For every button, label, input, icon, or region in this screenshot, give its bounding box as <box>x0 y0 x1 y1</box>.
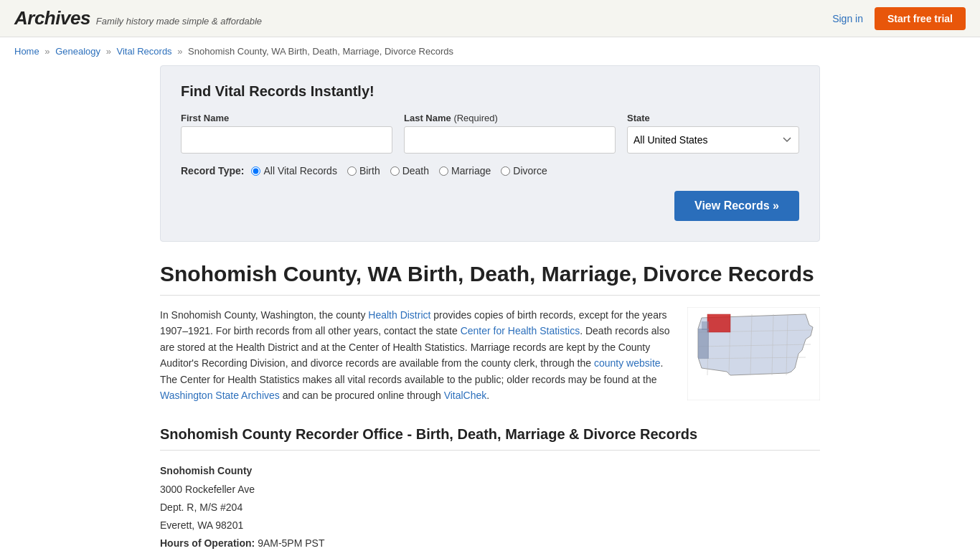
signin-link[interactable]: Sign in <box>832 13 863 24</box>
breadcrumb-sep-1: » <box>44 46 50 57</box>
radio-marriage[interactable]: Marriage <box>439 165 491 176</box>
view-records-button[interactable]: View Records » <box>674 191 799 221</box>
radio-input-all[interactable] <box>251 166 260 176</box>
radio-label-marriage: Marriage <box>451 165 491 176</box>
search-fields-row: First Name Last Name (Required) State Al… <box>181 113 799 154</box>
breadcrumb-current: Snohomish County, WA Birth, Death, Marri… <box>188 46 453 57</box>
hours-label: Hours of Operation: <box>160 537 255 549</box>
state-field-group: State All United States Alabama Alaska W… <box>627 113 799 154</box>
first-name-input[interactable] <box>181 126 392 154</box>
dept-address: Dept. R, M/S #204 <box>160 499 820 517</box>
state-label: State <box>627 113 799 123</box>
radio-divorce[interactable]: Divorce <box>501 165 547 176</box>
radio-label-death: Death <box>402 165 429 176</box>
radio-input-death[interactable] <box>390 166 400 176</box>
search-box: Find Vital Records Instantly! First Name… <box>160 65 820 242</box>
radio-input-marriage[interactable] <box>439 166 448 176</box>
center-health-statistics-link[interactable]: Center for Health Statistics <box>461 325 580 336</box>
record-type-radio-group: All Vital Records Birth Death Marriage D… <box>251 165 547 176</box>
washington-map <box>687 307 820 400</box>
last-name-field-group: Last Name (Required) <box>404 113 616 154</box>
record-type-row: Record Type: All Vital Records Birth Dea… <box>181 165 799 176</box>
county-name: Snohomish County <box>160 462 820 480</box>
county-website-link[interactable]: county website <box>594 357 661 369</box>
radio-all-vital[interactable]: All Vital Records <box>251 165 336 176</box>
last-name-label: Last Name (Required) <box>404 113 616 123</box>
required-indicator: (Required) <box>453 113 497 123</box>
address-block: Snohomish County 3000 Rockefeller Ave De… <box>160 462 820 551</box>
breadcrumb: Home » Genealogy » Vital Records » Snoho… <box>0 37 980 65</box>
start-trial-button[interactable]: Start free trial <box>875 7 966 30</box>
description-paragraph: In Snohomish County, Washington, the cou… <box>160 307 670 403</box>
header-logo-area: Archives Family history made simple & af… <box>14 7 262 29</box>
wa-state-archives-link[interactable]: Washington State Archives <box>160 390 280 401</box>
radio-death[interactable]: Death <box>390 165 429 176</box>
radio-label-birth: Birth <box>359 165 380 176</box>
recorder-section-heading: Snohomish County Recorder Office - Birth… <box>160 426 820 451</box>
site-header: Archives Family history made simple & af… <box>0 0 980 37</box>
svg-rect-11 <box>702 321 709 330</box>
radio-label-divorce: Divorce <box>513 165 547 176</box>
header-actions: Sign in Start free trial <box>832 7 966 30</box>
first-name-label: First Name <box>181 113 392 123</box>
radio-input-birth[interactable] <box>347 166 357 176</box>
svg-rect-10 <box>698 329 709 359</box>
record-type-label: Record Type: <box>181 165 244 176</box>
breadcrumb-home[interactable]: Home <box>14 46 39 57</box>
radio-label-all: All Vital Records <box>263 165 336 176</box>
radio-input-divorce[interactable] <box>501 166 510 176</box>
health-district-link[interactable]: Health District <box>368 309 430 321</box>
first-name-field-group: First Name <box>181 113 392 154</box>
main-content: Find Vital Records Instantly! First Name… <box>146 65 834 551</box>
street-address: 3000 Rockefeller Ave <box>160 481 820 499</box>
site-tagline: Family history made simple & affordable <box>96 16 262 27</box>
hours-of-operation: Hours of Operation: 9AM-5PM PST <box>160 534 820 551</box>
content-area: In Snohomish County, Washington, the cou… <box>160 307 820 403</box>
hours-value-text: 9AM-5PM PST <box>258 537 324 549</box>
last-name-input[interactable] <box>404 126 616 154</box>
city-state-zip: Everett, WA 98201 <box>160 517 820 534</box>
state-select[interactable]: All United States Alabama Alaska Washing… <box>627 126 799 154</box>
svg-rect-9 <box>707 314 730 332</box>
radio-birth[interactable]: Birth <box>347 165 380 176</box>
search-title: Find Vital Records Instantly! <box>181 83 799 100</box>
map-container <box>687 307 820 403</box>
vitalchek-link[interactable]: VitalChek <box>444 390 487 401</box>
site-logo: Archives <box>14 7 90 29</box>
breadcrumb-vital-records[interactable]: Vital Records <box>117 46 172 57</box>
content-description: In Snohomish County, Washington, the cou… <box>160 307 670 403</box>
page-title: Snohomish County, WA Birth, Death, Marri… <box>160 262 820 296</box>
breadcrumb-genealogy[interactable]: Genealogy <box>55 46 100 57</box>
search-submit-row: View Records » <box>181 191 799 221</box>
breadcrumb-sep-3: » <box>177 46 182 57</box>
breadcrumb-sep-2: » <box>106 46 111 57</box>
